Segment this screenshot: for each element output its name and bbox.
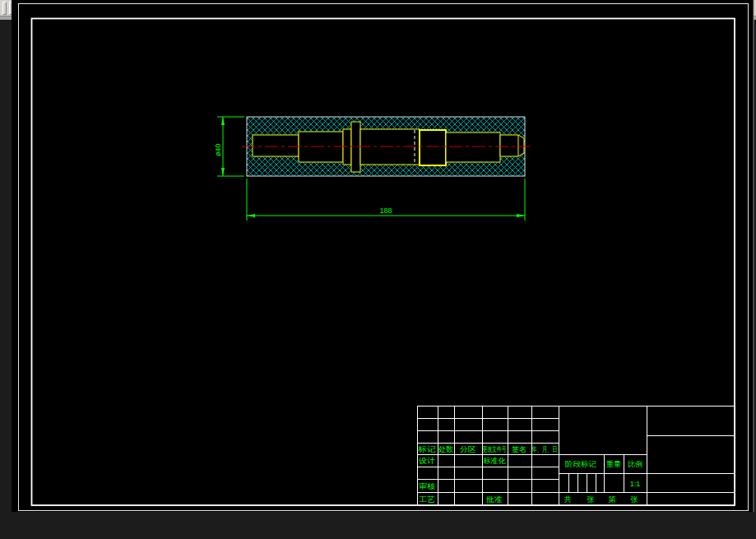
label-process: 工艺 xyxy=(419,495,435,504)
label-stage-mark: 阶段标记 xyxy=(565,460,596,468)
label-date: 年、月、日 xyxy=(532,445,558,453)
label-design: 设计 xyxy=(419,457,435,465)
shaft-step-1 xyxy=(253,135,299,156)
label-sheet-word1: 张 xyxy=(587,495,595,504)
label-approve: 批准 xyxy=(485,495,503,504)
shaft-drawing xyxy=(242,117,530,176)
scale-value: 1:1 xyxy=(630,480,641,488)
shaft-bearing-seat-selected[interactable] xyxy=(420,130,446,165)
label-weight: 重量 xyxy=(606,460,621,468)
label-sheet-no: 第 xyxy=(609,495,616,504)
label-count: 处数 xyxy=(438,445,453,453)
label-change-file-no: 更改文件号 xyxy=(483,445,507,453)
label-check: 审核 xyxy=(419,482,435,490)
shaft-end-chamfered xyxy=(500,135,524,156)
canvas-background[interactable] xyxy=(12,0,754,512)
label-sheet-word2: 张 xyxy=(631,495,638,504)
label-standardization: 标准化 xyxy=(483,457,507,465)
label-mark: 标记 xyxy=(417,445,436,453)
label-sheet-total: 共 xyxy=(564,495,572,504)
label-scale: 比例 xyxy=(628,460,642,468)
shaft-step-4 xyxy=(446,132,500,162)
model-space-canvas[interactable]: ø40 188 xyxy=(0,0,756,519)
label-zone: 分区 xyxy=(460,445,476,453)
label-signature: 签名 xyxy=(512,445,526,453)
length-dim-text: 188 xyxy=(379,207,392,215)
diameter-dim-text: ø40 xyxy=(214,143,222,156)
